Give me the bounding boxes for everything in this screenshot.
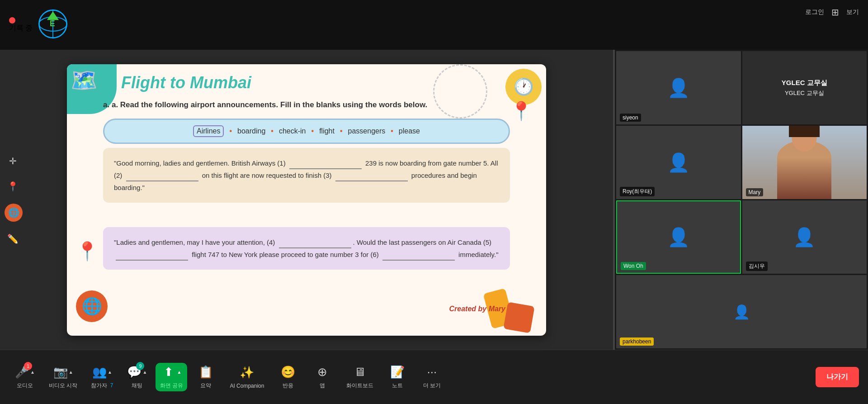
video-caret: ▲ (69, 370, 73, 375)
chat-badge: 9 (136, 362, 144, 370)
mary-name-badge: Mary (746, 188, 764, 196)
audio-icon: 🎤 1 (15, 365, 29, 379)
ai-companion-label: AI Companion (230, 383, 264, 389)
share-caret: ▲ (177, 370, 181, 375)
reaction-label: 반응 (283, 382, 293, 390)
yglec-sub: YGLEC 교무실 (785, 89, 824, 97)
recording-dot (9, 17, 15, 24)
ai-companion-button[interactable]: ✨ AI Companion (224, 362, 269, 393)
word-bank: Airlines • boarding • check-in • flight … (103, 119, 510, 144)
whiteboard-label: 화이트보드 (346, 382, 373, 390)
more-label: 더 보기 (423, 382, 441, 390)
siyeon-name-badge: siyeon (620, 114, 641, 122)
participants-button[interactable]: 👥 ▲ 참가자 7 (85, 361, 118, 393)
recording-label: 기록 중 (9, 24, 33, 32)
pencil-icon[interactable]: ✏️ (5, 231, 21, 247)
audio-caret: ▲ (30, 370, 35, 375)
pin-icon[interactable]: 📍 (5, 178, 21, 195)
created-by: Created by Mary (449, 305, 506, 313)
notes-icon: 📝 (390, 365, 405, 379)
audio-badge: 1 (24, 362, 32, 370)
chat-icon: 💬 9 (127, 365, 142, 379)
share-icon: ⬆ (161, 365, 176, 379)
park-name-badge: parkhobeen (620, 337, 654, 346)
slide-globe-bottom-left: 🌐 (76, 290, 108, 322)
video-button[interactable]: 📷 ▲ 비디오 시작 (43, 361, 83, 393)
participants-label: 참가자 7 (91, 382, 113, 390)
grid-icon[interactable]: ⊞ (831, 7, 839, 18)
participant-tile-siyeon: 👤 siyeon (616, 51, 741, 124)
globe-icon[interactable]: 🌐 (5, 204, 23, 222)
slide-dashed-circle (433, 64, 487, 119)
more-button[interactable]: ··· 더 보기 (416, 361, 448, 393)
participant-tile-wonoh: 👤 Won Oh (616, 200, 741, 274)
word-boarding: boarding (237, 127, 265, 135)
chat-caret: ▲ (142, 370, 147, 375)
audio-button[interactable]: 🎤 1 ▲ 오디오 (9, 361, 41, 393)
recording-indicator: 기록 중 (9, 17, 33, 33)
video-icon: 📷 (53, 365, 68, 379)
word-checkin: check-in (279, 127, 306, 135)
svg-marker-3 (47, 11, 59, 20)
reaction-icon: 😊 (281, 365, 295, 379)
apps-label: 앱 (320, 382, 325, 390)
word-passengers: passengers (348, 127, 386, 135)
siw-name-badge: 김시우 (746, 261, 768, 271)
participant-tile-roy: 👤 Roy(최우태) (616, 126, 741, 199)
main-content: ✛ 📍 🌐 ✏️ 🕐 📍 📍 🌐 🗺️ Flight to Mumbai a. … (0, 50, 868, 350)
slide-pin-top-right: 📍 (510, 100, 533, 122)
slide-map-icon: 🗺️ (71, 68, 98, 93)
participant-tile-mary: Mary (742, 126, 867, 199)
share-screen-button[interactable]: ⬆ ▲ 화면 공유 (156, 363, 187, 391)
word-airlines: Airlines (193, 125, 224, 137)
slide-title: Flight to Mumbai (121, 73, 251, 92)
chat-button[interactable]: 💬 9 ▲ 채팅 (121, 361, 153, 393)
slide-area: ✛ 📍 🌐 ✏️ 🕐 📍 📍 🌐 🗺️ Flight to Mumbai a. … (0, 50, 613, 350)
participants-panel: 👤 siyeon YGLEC 교무실 YGLEC 교무실 👤 Roy(최우태) (615, 50, 868, 350)
audio-label: 오디오 (17, 382, 33, 390)
notes-button[interactable]: 📝 노트 (382, 361, 413, 393)
wonoh-name-badge: Won Oh (621, 262, 646, 270)
text-box-1: "Good morning, ladies and gentlemen. Bri… (103, 148, 510, 203)
apps-icon: ⊕ (315, 365, 330, 379)
whiteboard-icon: 🖥 (353, 365, 367, 379)
slide-instruction: a. a. Read the following airport announc… (103, 100, 510, 109)
participants-caret: ▲ (108, 370, 112, 375)
roy-name-badge: Roy(최우태) (620, 187, 655, 196)
top-bar: 기록 중 E 로그인 ⊞ 보기 (0, 0, 868, 50)
summary-icon: 📋 (198, 365, 213, 379)
yglec-title: YGLEC 교무실 (782, 79, 827, 87)
bottom-toolbar: 🎤 1 ▲ 오디오 📷 ▲ 비디오 시작 👥 ▲ 참가자 7 (0, 350, 868, 404)
participant-tile-siw: 👤 김시우 (742, 200, 867, 274)
text-box-2: "Ladies and gentlemen, may I have your a… (103, 227, 510, 270)
participants-icon: 👥 (92, 365, 107, 379)
word-please: please (399, 127, 420, 135)
share-label: 화면 공유 (160, 382, 183, 390)
summary-button[interactable]: 📋 요약 (190, 361, 222, 393)
toolbar-left-group: 🎤 1 ▲ 오디오 📷 ▲ 비디오 시작 👥 ▲ 참가자 7 (9, 361, 448, 393)
logo-icon: E (37, 8, 69, 40)
top-right-controls: 로그인 ⊞ 보기 (805, 7, 859, 18)
left-sidebar-icons: ✛ 📍 🌐 ✏️ (5, 153, 23, 247)
participant-tile-park: 👤 parkhobeen (616, 275, 867, 348)
slide-clock-icon: 🕐 (505, 69, 542, 105)
slide-container: 🕐 📍 📍 🌐 🗺️ Flight to Mumbai a. a. Read t… (67, 64, 546, 336)
leave-button[interactable]: 나가기 (816, 367, 859, 387)
more-icon: ··· (425, 365, 439, 379)
apps-button[interactable]: ⊕ 앱 (307, 361, 338, 393)
chat-label: 채팅 (132, 382, 142, 390)
whiteboard-button[interactable]: 🖥 화이트보드 (341, 361, 379, 393)
reaction-button[interactable]: 😊 반응 (272, 361, 304, 393)
video-label: 비디오 시작 (49, 382, 77, 390)
view-label: 보기 (846, 8, 859, 16)
move-icon[interactable]: ✛ (5, 153, 21, 169)
svg-text:E: E (50, 19, 55, 28)
notes-label: 노트 (392, 382, 403, 390)
login-button[interactable]: 로그인 (805, 8, 824, 16)
ai-companion-icon: ✨ (240, 366, 254, 380)
word-flight: flight (319, 127, 335, 135)
summary-label: 요약 (200, 382, 211, 390)
participant-tile-yglec: YGLEC 교무실 YGLEC 교무실 (742, 51, 867, 124)
logo-area: E (37, 8, 69, 42)
slide-orange-shape-2 (503, 302, 535, 333)
